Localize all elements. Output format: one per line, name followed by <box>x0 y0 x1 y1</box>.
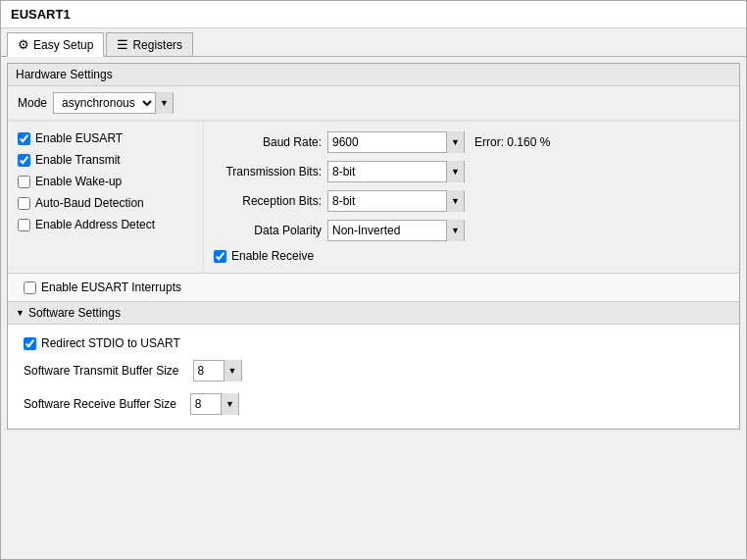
main-content: Hardware Settings Mode asynchronous sync… <box>7 63 740 430</box>
baud-rate-error: Error: 0.160 % <box>474 135 550 149</box>
baud-rate-label: Baud Rate: <box>214 135 322 149</box>
transmission-bits-row: Transmission Bits: 8-bit ▼ <box>214 157 729 186</box>
mode-dropdown-arrow[interactable]: ▼ <box>155 92 173 114</box>
software-settings-label: Software Settings <box>28 306 121 320</box>
software-settings-body: Redirect STDIO to USART Software Transmi… <box>8 325 739 429</box>
enable-wakeup-row: Enable Wake-up <box>18 171 193 192</box>
reception-bits-arrow[interactable]: ▼ <box>446 190 464 212</box>
data-polarity-arrow[interactable]: ▼ <box>446 220 464 241</box>
enable-wakeup-label: Enable Wake-up <box>35 175 122 188</box>
enable-address-row: Enable Address Detect <box>18 214 193 235</box>
data-polarity-row: Data Polarity Non-Inverted ▼ <box>214 216 729 245</box>
rx-buffer-value: 8 <box>191 393 221 415</box>
tx-buffer-label: Software Transmit Buffer Size <box>24 364 179 378</box>
enable-transmit-label: Enable Transmit <box>35 153 121 167</box>
baud-rate-dropdown-arrow[interactable]: ▼ <box>446 131 464 153</box>
enable-eusart-row: Enable EUSART <box>18 127 193 149</box>
tab-registers-label: Registers <box>132 38 182 52</box>
interrupt-label: Enable EUSART Interrupts <box>41 280 181 294</box>
main-window: EUSART1 ⚙ Easy Setup ☰ Registers Hardwar… <box>0 0 747 560</box>
transmission-bits-label: Transmission Bits: <box>214 165 322 178</box>
transmission-bits-value: 8-bit <box>328 161 446 182</box>
tabs-bar: ⚙ Easy Setup ☰ Registers <box>1 28 746 57</box>
enable-address-label: Enable Address Detect <box>35 218 155 231</box>
mode-label: Mode <box>18 96 47 110</box>
rx-buffer-row: Software Receive Buffer Size 8 ▼ <box>24 387 723 421</box>
enable-receive-label: Enable Receive <box>231 249 314 263</box>
enable-transmit-row: Enable Transmit <box>18 149 193 171</box>
auto-baud-checkbox[interactable] <box>18 197 30 210</box>
interrupt-row: Enable EUSART Interrupts <box>8 273 739 302</box>
window-title: EUSART1 <box>1 1 746 28</box>
redirect-stdio-row: Redirect STDIO to USART <box>24 332 723 354</box>
tx-buffer-arrow[interactable]: ▼ <box>224 360 241 382</box>
enable-eusart-label: Enable EUSART <box>35 131 123 145</box>
enable-address-checkbox[interactable] <box>18 219 30 231</box>
software-settings-section: ▼ Software Settings Redirect STDIO to US… <box>8 302 739 429</box>
transmission-bits-select-box[interactable]: 8-bit ▼ <box>327 161 465 182</box>
data-polarity-value: Non-Inverted <box>328 220 446 241</box>
tab-easy-setup[interactable]: ⚙ Easy Setup <box>7 32 104 57</box>
reception-bits-label: Reception Bits: <box>214 194 322 208</box>
baud-rate-row: Baud Rate: 9600 ▼ Error: 0.160 % <box>214 127 729 157</box>
left-checkboxes: Enable EUSART Enable Transmit Enable Wak… <box>8 122 204 273</box>
baud-rate-select-box[interactable]: 9600 ▼ <box>327 131 465 153</box>
enable-transmit-checkbox[interactable] <box>18 154 30 167</box>
enable-receive-checkbox[interactable] <box>214 250 226 263</box>
rx-buffer-label: Software Receive Buffer Size <box>24 397 176 411</box>
right-fields: Baud Rate: 9600 ▼ Error: 0.160 % Transmi… <box>204 122 739 273</box>
auto-baud-label: Auto-Baud Detection <box>35 196 144 210</box>
rx-buffer-select-box[interactable]: 8 ▼ <box>190 393 239 415</box>
baud-rate-value: 9600 <box>328 131 446 153</box>
registers-icon: ☰ <box>117 37 128 52</box>
collapse-triangle-icon: ▼ <box>16 308 25 318</box>
rx-buffer-arrow[interactable]: ▼ <box>221 393 238 415</box>
settings-grid: Enable EUSART Enable Transmit Enable Wak… <box>8 121 739 273</box>
tab-registers[interactable]: ☰ Registers <box>106 32 193 56</box>
transmission-bits-arrow[interactable]: ▼ <box>446 161 464 182</box>
mode-select-box[interactable]: asynchronous synchronous ▼ <box>53 92 174 114</box>
enable-eusart-checkbox[interactable] <box>18 132 30 145</box>
data-polarity-label: Data Polarity <box>214 224 322 237</box>
tx-buffer-row: Software Transmit Buffer Size 8 ▼ <box>24 354 723 387</box>
software-settings-header[interactable]: ▼ Software Settings <box>8 302 739 325</box>
tx-buffer-select-box[interactable]: 8 ▼ <box>193 360 242 382</box>
enable-receive-row: Enable Receive <box>214 245 729 267</box>
mode-row: Mode asynchronous synchronous ▼ <box>8 86 739 121</box>
redirect-stdio-checkbox[interactable] <box>24 337 36 350</box>
reception-bits-value: 8-bit <box>328 190 446 212</box>
data-polarity-select-box[interactable]: Non-Inverted ▼ <box>327 220 465 241</box>
hardware-settings-section: Hardware Settings Mode asynchronous sync… <box>8 64 739 273</box>
hardware-settings-header: Hardware Settings <box>8 64 739 86</box>
reception-bits-row: Reception Bits: 8-bit ▼ <box>214 186 729 216</box>
tx-buffer-value: 8 <box>194 360 224 382</box>
interrupt-checkbox[interactable] <box>24 281 36 294</box>
tab-easy-setup-label: Easy Setup <box>33 38 93 52</box>
auto-baud-row: Auto-Baud Detection <box>18 192 193 214</box>
reception-bits-select-box[interactable]: 8-bit ▼ <box>327 190 465 212</box>
mode-select[interactable]: asynchronous synchronous <box>54 93 155 113</box>
redirect-stdio-label: Redirect STDIO to USART <box>41 336 180 350</box>
gear-icon: ⚙ <box>18 37 29 52</box>
enable-wakeup-checkbox[interactable] <box>18 176 30 188</box>
